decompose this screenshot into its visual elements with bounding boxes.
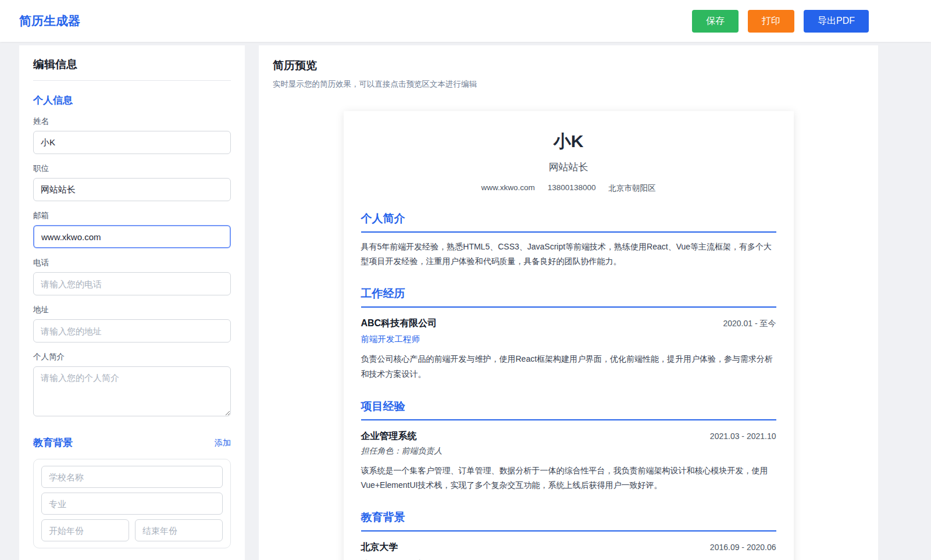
email-label: 邮箱 — [33, 211, 231, 221]
resume-project-item-head: 企业管理系统 2021.03 - 2021.10 — [361, 430, 776, 443]
job-input[interactable] — [33, 178, 231, 201]
summary-label: 个人简介 — [33, 352, 231, 362]
app-header: 简历生成器 保存 打印 导出PDF — [0, 0, 931, 42]
name-label: 姓名 — [33, 116, 231, 127]
preview-panel: 简历预览 实时显示您的简历效果，可以直接点击预览区文本进行编辑 小K 网站站长 … — [259, 45, 878, 560]
resume-project-description[interactable]: 该系统是一个集客户管理、订单管理、数据分析于一体的综合性平台，我负责前端架构设计… — [361, 463, 776, 493]
resume-contact-address[interactable]: 北京市朝阳区 — [608, 183, 655, 194]
export-pdf-button[interactable]: 导出PDF — [804, 10, 869, 33]
resume-work-company[interactable]: ABC科技有限公司 — [361, 318, 437, 330]
header-actions: 保存 打印 导出PDF — [692, 10, 869, 33]
name-input[interactable] — [33, 131, 231, 154]
resume-project-name[interactable]: 企业管理系统 — [361, 430, 417, 443]
resume-work-section: 工作经历 ABC科技有限公司 2020.01 - 至今 前端开发工程师 负责公司… — [361, 286, 776, 381]
resume-profile-section-title: 个人简介 — [361, 211, 776, 233]
resume-project-section-title: 项目经验 — [361, 399, 776, 420]
resume-contact-website[interactable]: www.xkwo.com — [481, 183, 535, 194]
resume-project-role[interactable]: 担任角色：前端负责人 — [361, 446, 776, 456]
resume-work-section-title: 工作经历 — [361, 286, 776, 308]
resume-education-period[interactable]: 2016.09 - 2020.06 — [710, 543, 776, 552]
phone-input[interactable] — [33, 272, 231, 295]
app-title: 简历生成器 — [19, 13, 80, 29]
resume-work-item-head: ABC科技有限公司 2020.01 - 至今 — [361, 318, 776, 330]
resume-education-item-head: 北京大学 2016.09 - 2020.06 — [361, 541, 776, 554]
resume-contact-phone[interactable]: 13800138000 — [548, 183, 596, 194]
main-content: 编辑信息 个人信息 姓名 职位 邮箱 电话 地址 个人简介 教育背景 添加 — [0, 42, 931, 560]
school-name-input[interactable] — [41, 466, 223, 488]
resume-project-section: 项目经验 企业管理系统 2021.03 - 2021.10 担任角色：前端负责人… — [361, 399, 776, 493]
editor-panel[interactable]: 编辑信息 个人信息 姓名 职位 邮箱 电话 地址 个人简介 教育背景 添加 — [19, 45, 245, 560]
email-input[interactable] — [33, 225, 231, 248]
resume-education-school[interactable]: 北京大学 — [361, 541, 398, 554]
education-entry-card — [33, 459, 231, 548]
preview-subtitle: 实时显示您的简历效果，可以直接点击预览区文本进行编辑 — [273, 79, 864, 90]
save-button[interactable]: 保存 — [692, 10, 739, 33]
major-input[interactable] — [41, 493, 223, 515]
resume-document: 小K 网站站长 www.xkwo.com 13800138000 北京市朝阳区 … — [344, 111, 794, 560]
editor-title: 编辑信息 — [33, 57, 231, 81]
phone-label: 电话 — [33, 258, 231, 268]
resume-profile-text[interactable]: 具有5年前端开发经验，熟悉HTML5、CSS3、JavaScript等前端技术，… — [361, 240, 776, 269]
education-add-link[interactable]: 添加 — [215, 438, 231, 448]
address-label: 地址 — [33, 305, 231, 315]
summary-textarea[interactable] — [33, 366, 231, 416]
resume-name[interactable]: 小K — [361, 130, 776, 154]
education-section-title: 教育背景 — [33, 436, 73, 450]
end-year-input[interactable] — [135, 519, 223, 541]
resume-profile-section: 个人简介 具有5年前端开发经验，熟悉HTML5、CSS3、JavaScript等… — [361, 211, 776, 269]
resume-project-period[interactable]: 2021.03 - 2021.10 — [710, 431, 776, 441]
preview-title: 简历预览 — [273, 58, 864, 73]
print-button[interactable]: 打印 — [748, 10, 794, 33]
personal-info-section-title: 个人信息 — [33, 94, 73, 107]
resume-work-description[interactable]: 负责公司核心产品的前端开发与维护，使用React框架构建用户界面，优化前端性能，… — [361, 352, 776, 381]
resume-education-section: 教育背景 北京大学 2016.09 - 2020.06 计算机科学与技术 - 本… — [361, 510, 776, 560]
job-label: 职位 — [33, 163, 231, 174]
resume-job-title[interactable]: 网站站长 — [361, 160, 776, 174]
resume-work-role[interactable]: 前端开发工程师 — [361, 334, 776, 345]
resume-work-period[interactable]: 2020.01 - 至今 — [723, 319, 776, 329]
resume-contact-row: www.xkwo.com 13800138000 北京市朝阳区 — [361, 183, 776, 194]
address-input[interactable] — [33, 319, 231, 343]
start-year-input[interactable] — [41, 519, 129, 541]
education-section-head: 教育背景 添加 — [33, 436, 231, 450]
resume-education-section-title: 教育背景 — [361, 510, 776, 532]
education-years-row — [41, 519, 223, 541]
personal-info-section-head: 个人信息 — [33, 94, 231, 107]
